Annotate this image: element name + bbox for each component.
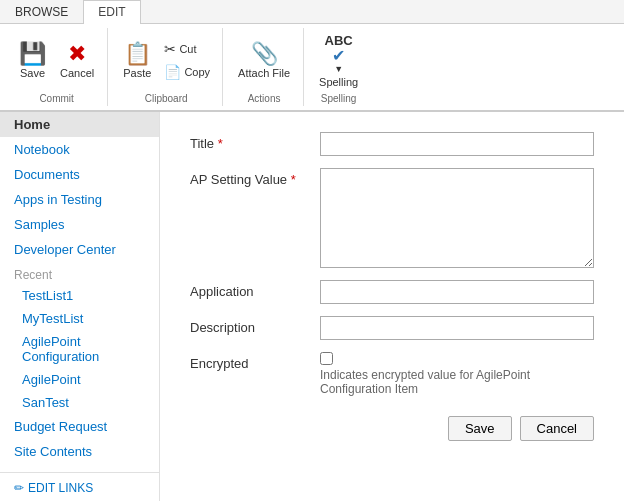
ap-setting-textarea[interactable]: [320, 168, 594, 268]
ribbon-tabs: BROWSE EDIT: [0, 0, 624, 24]
copy-label: Copy: [184, 66, 210, 78]
cancel-button[interactable]: ✖ Cancel: [55, 40, 99, 82]
commit-buttons: 💾 Save ✖ Cancel: [14, 30, 99, 91]
sidebar-item-samples[interactable]: Samples: [0, 212, 159, 237]
sidebar-item-testlist1[interactable]: TestList1: [0, 284, 159, 307]
sidebar-item-site-contents[interactable]: Site Contents: [0, 439, 159, 464]
title-required: *: [218, 136, 223, 151]
edit-links-label: EDIT LINKS: [28, 481, 93, 495]
title-row: Title *: [190, 132, 594, 156]
ribbon-content: 💾 Save ✖ Cancel Commit 📋 Paste ✂: [0, 24, 624, 111]
cut-label: Cut: [179, 43, 196, 55]
spelling-group-label: Spelling: [321, 93, 357, 104]
sidebar: Home Notebook Documents Apps in Testing …: [0, 112, 160, 501]
spelling-dropdown-icon: ▼: [334, 64, 343, 74]
encrypted-field: Indicates encrypted value for AgilePoint…: [320, 352, 594, 396]
encrypted-note: Indicates encrypted value for AgilePoint…: [320, 368, 594, 396]
cut-copy-buttons: ✂ Cut 📄 Copy: [160, 38, 214, 83]
application-input[interactable]: [320, 280, 594, 304]
spelling-button[interactable]: ABC ✔ ▼ Spelling: [314, 30, 363, 91]
ribbon-group-spelling: ABC ✔ ▼ Spelling Spelling: [306, 28, 371, 106]
attach-file-button[interactable]: 📎 Attach File: [233, 40, 295, 82]
title-input[interactable]: [320, 132, 594, 156]
spelling-buttons: ABC ✔ ▼ Spelling: [314, 30, 363, 91]
title-label: Title *: [190, 132, 320, 151]
clipboard-buttons: 📋 Paste ✂ Cut 📄 Copy: [118, 30, 214, 91]
ribbon-group-clipboard: 📋 Paste ✂ Cut 📄 Copy Clipboard: [110, 28, 223, 106]
description-input[interactable]: [320, 316, 594, 340]
cut-button[interactable]: ✂ Cut: [160, 38, 214, 60]
ribbon-group-commit: 💾 Save ✖ Cancel Commit: [6, 28, 108, 106]
spelling-label: Spelling: [319, 76, 358, 88]
sidebar-item-apps-in-testing[interactable]: Apps in Testing: [0, 187, 159, 212]
edit-links-icon: ✏: [14, 481, 24, 495]
paste-label: Paste: [123, 67, 151, 79]
commit-group-label: Commit: [39, 93, 73, 104]
actions-buttons: 📎 Attach File: [233, 30, 295, 91]
form-save-button[interactable]: Save: [448, 416, 512, 441]
copy-icon: 📄: [164, 64, 181, 80]
ap-setting-label: AP Setting Value *: [190, 168, 320, 187]
sidebar-item-notebook[interactable]: Notebook: [0, 137, 159, 162]
spelling-check-icon: ✔: [332, 48, 345, 64]
attach-file-icon: 📎: [251, 43, 278, 65]
paste-icon: 📋: [124, 43, 151, 65]
sidebar-item-budget-request[interactable]: Budget Request: [0, 414, 159, 439]
sidebar-item-santest[interactable]: SanTest: [0, 391, 159, 414]
save-icon: 💾: [19, 43, 46, 65]
sidebar-item-agilepoint[interactable]: AgilePoint: [0, 368, 159, 391]
paste-button[interactable]: 📋 Paste: [118, 40, 156, 82]
application-label: Application: [190, 280, 320, 299]
clipboard-group-label: Clipboard: [145, 93, 188, 104]
copy-button[interactable]: 📄 Copy: [160, 61, 214, 83]
save-button[interactable]: 💾 Save: [14, 40, 51, 82]
sidebar-item-documents[interactable]: Documents: [0, 162, 159, 187]
description-row: Description: [190, 316, 594, 340]
content-area: Title * AP Setting Value * Application D…: [160, 112, 624, 501]
attach-file-label: Attach File: [238, 67, 290, 79]
application-row: Application: [190, 280, 594, 304]
encrypted-checkbox[interactable]: [320, 352, 333, 365]
main-layout: Home Notebook Documents Apps in Testing …: [0, 112, 624, 501]
form-actions: Save Cancel: [190, 416, 594, 441]
spelling-icon: ABC ✔ ▼: [325, 33, 353, 74]
cancel-icon: ✖: [68, 43, 86, 65]
save-label: Save: [20, 67, 45, 79]
sidebar-item-agilepoint-configuration[interactable]: AgilePoint Configuration: [0, 330, 159, 368]
ap-setting-row: AP Setting Value *: [190, 168, 594, 268]
sidebar-item-mytestlist[interactable]: MyTestList: [0, 307, 159, 330]
cancel-label: Cancel: [60, 67, 94, 79]
actions-group-label: Actions: [248, 93, 281, 104]
tab-browse[interactable]: BROWSE: [0, 0, 83, 23]
sidebar-item-developer-center[interactable]: Developer Center: [0, 237, 159, 262]
ribbon-group-actions: 📎 Attach File Actions: [225, 28, 304, 106]
encrypted-checkbox-row: [320, 352, 594, 365]
tab-edit[interactable]: EDIT: [83, 0, 140, 24]
description-label: Description: [190, 316, 320, 335]
ap-setting-required: *: [291, 172, 296, 187]
sidebar-recent-label: Recent: [0, 262, 159, 284]
encrypted-row: Encrypted Indicates encrypted value for …: [190, 352, 594, 396]
sidebar-item-home[interactable]: Home: [0, 112, 159, 137]
sidebar-edit-links[interactable]: ✏ EDIT LINKS: [0, 472, 159, 501]
form-cancel-button[interactable]: Cancel: [520, 416, 594, 441]
encrypted-label: Encrypted: [190, 352, 320, 371]
cut-icon: ✂: [164, 41, 176, 57]
